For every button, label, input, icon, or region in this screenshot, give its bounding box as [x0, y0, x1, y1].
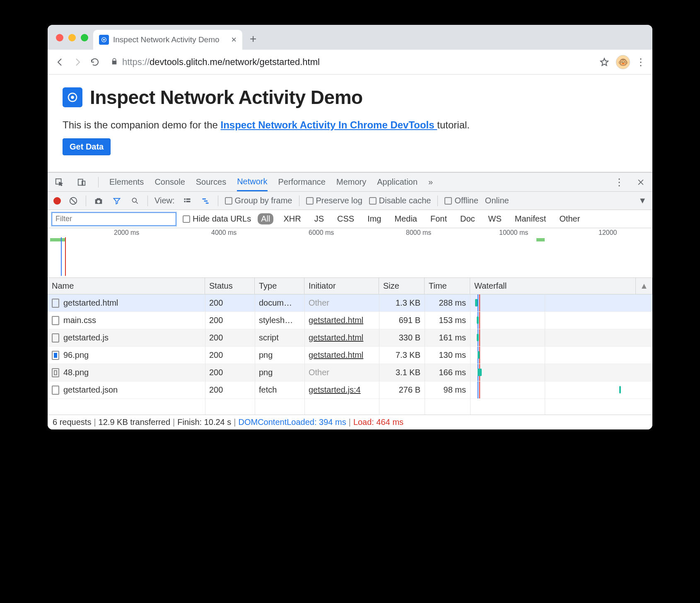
table-row[interactable]: getstarted.js200scriptgetstarted.html330…: [48, 329, 652, 347]
request-type: png: [255, 350, 304, 360]
request-status: 200: [205, 316, 255, 325]
profile-avatar[interactable]: 🐵: [616, 55, 630, 69]
preserve-log-checkbox[interactable]: Preserve log: [306, 196, 362, 205]
network-status-bar: 6 requests | 12.9 KB transferred | Finis…: [48, 415, 652, 429]
svg-point-3: [71, 96, 74, 99]
filter-pill-ws[interactable]: WS: [485, 213, 505, 224]
overview-timeline[interactable]: 2000 ms 4000 ms 6000 ms 8000 ms 10000 ms…: [48, 228, 652, 278]
table-row[interactable]: main.css200stylesh…getstarted.html691 B1…: [48, 312, 652, 329]
filter-pill-other[interactable]: Other: [556, 213, 583, 224]
tab-title: Inspect Network Activity Demo: [113, 35, 220, 44]
initiator-link[interactable]: getstarted.html: [309, 316, 363, 325]
window-controls: [56, 34, 88, 41]
capture-screenshot-icon[interactable]: [93, 195, 104, 207]
file-icon: [52, 299, 59, 308]
close-devtools-icon[interactable]: [635, 176, 647, 188]
tab-elements[interactable]: Elements: [109, 177, 144, 187]
filter-pill-all[interactable]: All: [258, 213, 273, 224]
tab-console[interactable]: Console: [154, 177, 185, 187]
minimize-window-icon[interactable]: [68, 34, 76, 41]
table-row[interactable]: getstarted.json200fetchgetstarted.js:427…: [48, 381, 652, 399]
network-toolbar: View: Group by frame Preserve log Disabl…: [48, 192, 652, 210]
get-data-button[interactable]: Get Data: [63, 138, 111, 155]
devtools-menu-icon[interactable]: ⋮: [614, 176, 624, 188]
file-icon: [52, 351, 59, 360]
table-row[interactable]: getstarted.html200docum…Other1.3 KB288 m…: [48, 294, 652, 312]
browser-menu-icon[interactable]: ⋮: [636, 56, 646, 68]
col-time[interactable]: Time: [425, 278, 470, 294]
initiator-link[interactable]: getstarted.html: [309, 333, 363, 342]
request-size: 3.1 KB: [379, 368, 425, 377]
page-subtitle: This is the companion demo for the Inspe…: [63, 119, 637, 131]
close-window-icon[interactable]: [56, 34, 63, 41]
tab-memory[interactable]: Memory: [336, 177, 366, 187]
filter-pill-css[interactable]: CSS: [334, 213, 357, 224]
col-waterfall[interactable]: Waterfall: [470, 278, 636, 294]
tab-sources[interactable]: Sources: [196, 177, 226, 187]
back-button[interactable]: [54, 56, 66, 68]
filter-pill-doc[interactable]: Doc: [457, 213, 478, 224]
offline-checkbox[interactable]: Offline: [444, 196, 478, 205]
file-icon: [52, 368, 59, 377]
tab-network[interactable]: Network: [237, 173, 267, 191]
forward-button[interactable]: [72, 56, 83, 68]
inspect-element-icon[interactable]: [53, 176, 65, 188]
filter-toggle-icon[interactable]: [111, 195, 123, 207]
svg-rect-9: [184, 198, 185, 200]
tab-performance[interactable]: Performance: [278, 177, 326, 187]
hide-data-urls-checkbox[interactable]: Hide data URLs: [183, 214, 251, 224]
col-name[interactable]: Name: [48, 278, 205, 294]
initiator-link[interactable]: getstarted.js:4: [309, 385, 361, 394]
search-icon[interactable]: [129, 195, 141, 207]
clear-button[interactable]: [68, 195, 79, 207]
svg-rect-15: [205, 203, 208, 204]
devtools-tab-bar: Elements Console Sources Network Perform…: [48, 173, 652, 192]
waterfall-cell: [470, 329, 636, 346]
filter-pill-xhr[interactable]: XHR: [280, 213, 304, 224]
bookmark-star-icon[interactable]: [599, 56, 610, 68]
tutorial-link[interactable]: Inspect Network Activity In Chrome DevTo…: [221, 119, 437, 130]
filter-pill-font[interactable]: Font: [427, 213, 450, 224]
waterfall-cell: [470, 294, 636, 311]
request-size: 7.3 KB: [379, 350, 425, 360]
new-tab-button[interactable]: +: [242, 32, 264, 50]
request-time: 130 ms: [425, 350, 470, 360]
filter-pill-manifest[interactable]: Manifest: [512, 213, 550, 224]
close-tab-icon[interactable]: ×: [231, 34, 237, 45]
col-sort-indicator[interactable]: ▲: [636, 278, 652, 294]
waterfall-view-icon[interactable]: [200, 195, 211, 207]
col-status[interactable]: Status: [205, 278, 255, 294]
group-by-frame-checkbox[interactable]: Group by frame: [225, 196, 292, 205]
filter-pill-img[interactable]: Img: [364, 213, 384, 224]
record-button[interactable]: [53, 197, 61, 205]
table-row[interactable]: 96.png200pnggetstarted.html7.3 KB130 ms: [48, 347, 652, 364]
online-select[interactable]: Online: [485, 196, 509, 205]
page-content: Inspect Network Activity Demo This is th…: [48, 75, 652, 172]
throttling-dropdown-icon[interactable]: ▼: [638, 196, 647, 205]
svg-rect-10: [186, 198, 190, 200]
request-size: 276 B: [379, 385, 425, 395]
file-icon: [52, 316, 59, 325]
filter-pill-media[interactable]: Media: [391, 213, 420, 224]
initiator-link[interactable]: getstarted.html: [309, 350, 363, 359]
maximize-window-icon[interactable]: [81, 34, 88, 41]
disable-cache-checkbox[interactable]: Disable cache: [369, 196, 431, 205]
large-rows-icon[interactable]: [181, 195, 193, 207]
col-type[interactable]: Type: [255, 278, 304, 294]
browser-tab[interactable]: Inspect Network Activity Demo ×: [93, 30, 242, 50]
request-size: 691 B: [379, 316, 425, 325]
device-toggle-icon[interactable]: [76, 176, 87, 188]
tab-strip: Inspect Network Activity Demo × +: [48, 25, 652, 50]
reload-button[interactable]: [89, 56, 101, 68]
svg-rect-12: [186, 201, 190, 202]
col-size[interactable]: Size: [379, 278, 425, 294]
col-initiator[interactable]: Initiator: [304, 278, 379, 294]
filter-input[interactable]: [52, 212, 176, 226]
filter-pill-js[interactable]: JS: [311, 213, 327, 224]
address-bar[interactable]: https://devtools.glitch.me/network/getst…: [106, 57, 593, 68]
request-size: 330 B: [379, 333, 425, 343]
tab-application[interactable]: Application: [377, 177, 418, 187]
file-icon: [52, 333, 59, 343]
table-row[interactable]: 48.png200pngOther3.1 KB166 ms: [48, 364, 652, 381]
more-tabs-icon[interactable]: »: [428, 177, 433, 187]
